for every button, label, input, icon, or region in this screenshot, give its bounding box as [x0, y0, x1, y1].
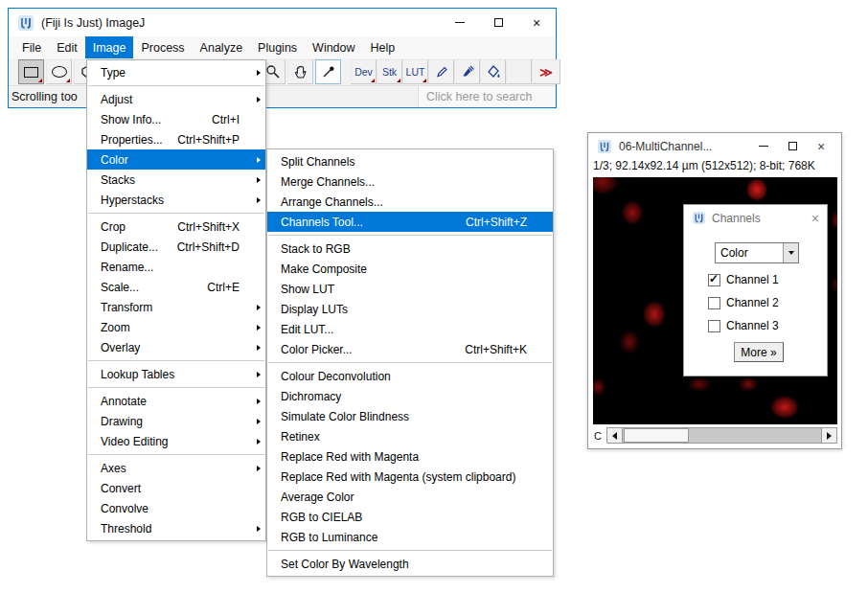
minimize-button[interactable] [441, 9, 479, 36]
menu-item-drawing[interactable]: Drawing [87, 411, 265, 431]
menubar-item-analyze[interactable]: Analyze [193, 36, 250, 58]
menubar-item-window[interactable]: Window [305, 36, 362, 58]
menu-item-crop[interactable]: CropCtrl+Shift+X [87, 217, 265, 237]
channels-dialog-title-bar[interactable]: Channels × [684, 205, 827, 231]
search-input[interactable]: Click here to search [418, 86, 555, 107]
menu-item-label: Make Composite [281, 262, 540, 276]
main-title-bar[interactable]: (Fiji Is Just) ImageJ × [9, 9, 556, 36]
scrollbar-thumb[interactable] [624, 428, 689, 443]
pencil-tool[interactable] [428, 59, 454, 84]
menu-item-lookup-tables[interactable]: Lookup Tables [87, 364, 265, 384]
submenu-arrow-icon [257, 70, 261, 76]
menu-item-channels-tool[interactable]: Channels Tool...Ctrl+Shift+Z [267, 212, 553, 232]
menu-item-stacks[interactable]: Stacks [87, 170, 265, 190]
menu-separator [88, 85, 264, 86]
display-mode-select[interactable]: Color [715, 242, 799, 263]
menu-item-merge-channels[interactable]: Merge Channels... [267, 171, 553, 192]
menu-item-scale[interactable]: Scale...Ctrl+E [87, 277, 265, 297]
menu-item-average-color[interactable]: Average Color [267, 487, 553, 507]
menubar-item-plugins[interactable]: Plugins [250, 36, 305, 58]
menu-item-edit-lut[interactable]: Edit LUT... [267, 319, 553, 339]
menu-item-set-color-by-wavelength[interactable]: Set Color By Wavelength [267, 554, 553, 574]
menu-item-duplicate[interactable]: Duplicate...Ctrl+Shift+D [87, 237, 265, 257]
maximize-button[interactable] [479, 9, 517, 36]
menu-item-label: Video Editing [101, 435, 253, 448]
menu-item-properties[interactable]: Properties...Ctrl+Shift+P [87, 129, 265, 149]
menu-item-color-picker[interactable]: Color Picker...Ctrl+Shift+K [267, 339, 553, 359]
submenu-arrow-icon [257, 466, 261, 471]
scroll-right-button[interactable] [821, 428, 836, 443]
menubar-item-edit[interactable]: Edit [49, 36, 85, 58]
menu-separator [268, 235, 552, 236]
menu-item-type[interactable]: Type [87, 62, 265, 82]
close-button[interactable]: × [517, 9, 556, 36]
more-button[interactable]: More » [734, 342, 784, 362]
menu-item-replace-red-with-magenta-system-clipboard[interactable]: Replace Red with Magenta (system clipboa… [267, 467, 553, 487]
empty-tool-slot[interactable] [506, 59, 532, 84]
oval-tool[interactable] [46, 59, 72, 84]
menu-item-split-channels[interactable]: Split Channels [267, 151, 553, 171]
menu-item-adjust[interactable]: Adjust [87, 89, 265, 109]
dev-tool[interactable]: Dev [351, 59, 377, 84]
menu-item-annotate[interactable]: Annotate [87, 391, 265, 411]
checkbox-channel-1[interactable] [708, 274, 720, 286]
image-window-title: 06-MultiChannel... [619, 140, 749, 153]
menubar-item-process[interactable]: Process [133, 36, 192, 58]
menubar-item-image[interactable]: Image [85, 36, 134, 58]
checkbox-label: Channel 2 [726, 296, 779, 309]
tool-options-marker [371, 79, 375, 82]
menu-item-show-lut[interactable]: Show LUT [267, 279, 553, 299]
menu-item-convert[interactable]: Convert [87, 478, 265, 498]
menu-item-rgb-to-cielab[interactable]: RGB to CIELAB [267, 507, 553, 527]
menu-item-transform[interactable]: Transform [87, 297, 265, 317]
menu-item-arrange-channels[interactable]: Arrange Channels... [267, 192, 553, 212]
menu-item-label: Transform [101, 301, 253, 314]
hand-tool[interactable] [287, 59, 313, 84]
submenu-arrow-icon [257, 345, 261, 351]
menu-item-convolve[interactable]: Convolve [87, 498, 265, 518]
menu-item-zoom[interactable]: Zoom [87, 317, 265, 337]
menu-item-label: Scale... [101, 281, 207, 294]
menu-item-hyperstacks[interactable]: Hyperstacks [87, 190, 265, 210]
scroll-left-button[interactable] [607, 428, 623, 443]
minimize-button[interactable] [749, 133, 778, 159]
menu-item-simulate-color-blindness[interactable]: Simulate Color Blindness [267, 406, 553, 426]
menu-item-retinex[interactable]: Retinex [267, 426, 553, 446]
paintbrush-icon [460, 64, 475, 80]
color-picker-tool[interactable] [315, 59, 341, 84]
combo-dropdown-button[interactable] [783, 243, 798, 262]
minimize-icon [759, 146, 768, 147]
checkbox-channel-2[interactable] [708, 297, 720, 309]
channel-scrollbar[interactable] [606, 427, 837, 444]
menu-item-dichromacy[interactable]: Dichromacy [267, 386, 553, 406]
menu-item-shortcut: Ctrl+I [212, 113, 240, 126]
menu-item-colour-deconvolution[interactable]: Colour Deconvolution [267, 366, 553, 386]
hand-icon [293, 64, 308, 80]
menu-item-display-luts[interactable]: Display LUTs [267, 299, 553, 319]
close-button[interactable]: × [807, 133, 835, 159]
menubar-item-help[interactable]: Help [363, 36, 403, 58]
menu-item-overlay[interactable]: Overlay [87, 337, 265, 357]
lut-tool[interactable]: LUT [402, 59, 428, 84]
rectangle-tool[interactable] [18, 59, 44, 84]
stk-tool[interactable]: Stk [377, 59, 402, 84]
menu-item-label: Stack to RGB [281, 242, 540, 256]
menu-item-stack-to-rgb[interactable]: Stack to RGB [267, 239, 553, 259]
more-tools-button[interactable]: ≫ [532, 59, 560, 84]
menu-item-show-info[interactable]: Show Info...Ctrl+I [87, 109, 265, 129]
menu-item-rename[interactable]: Rename... [87, 257, 265, 277]
paintbrush-tool[interactable] [454, 59, 480, 84]
menubar-item-file[interactable]: File [14, 36, 49, 58]
menu-item-make-composite[interactable]: Make Composite [267, 259, 553, 279]
menu-item-rgb-to-luminance[interactable]: RGB to Luminance [267, 527, 553, 547]
checkbox-channel-3[interactable] [708, 320, 720, 332]
flood-fill-tool[interactable] [480, 59, 506, 84]
close-button[interactable]: × [811, 211, 819, 226]
menu-item-axes[interactable]: Axes [87, 458, 265, 478]
menu-item-threshold[interactable]: Threshold [87, 518, 265, 538]
maximize-button[interactable] [778, 133, 807, 159]
menu-item-video-editing[interactable]: Video Editing [87, 431, 265, 451]
menu-item-color[interactable]: Color [87, 149, 265, 170]
menu-item-replace-red-with-magenta[interactable]: Replace Red with Magenta [267, 446, 553, 467]
image-window-title-bar[interactable]: 06-MultiChannel... × [588, 133, 841, 159]
